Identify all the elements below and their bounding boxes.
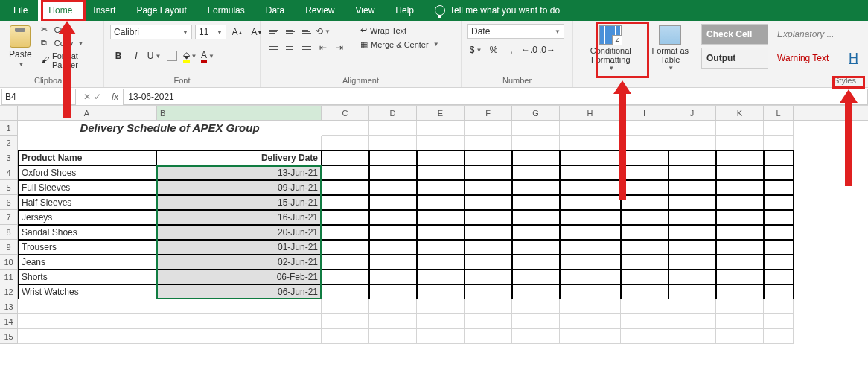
col-header[interactable]: E — [417, 106, 465, 120]
cell[interactable]: Delivery Date — [156, 150, 322, 165]
align-center-button[interactable] — [283, 40, 298, 55]
col-header[interactable]: I — [621, 106, 668, 120]
col-header[interactable]: D — [369, 106, 417, 120]
wrap-text-button[interactable]: ↩Wrap Text — [357, 24, 442, 36]
align-left-button[interactable] — [267, 40, 281, 55]
worksheet-grid[interactable]: A B C D E F G H I J K L 1Delivery Schedu… — [0, 106, 868, 344]
col-header[interactable]: H — [560, 106, 621, 120]
formula-input[interactable]: 13-06-2021 — [123, 89, 868, 105]
cell[interactable]: Product Name — [18, 150, 156, 165]
cancel-formula-button[interactable]: ✕ — [83, 92, 91, 102]
cell[interactable]: 06-Feb-21 — [156, 270, 322, 284]
number-format-select[interactable]: Date▼ — [467, 24, 564, 39]
cell[interactable] — [18, 136, 156, 150]
borders-button[interactable] — [167, 51, 177, 61]
italic-button[interactable]: I — [128, 48, 144, 64]
cell[interactable] — [156, 136, 322, 150]
cell[interactable]: Jerseys — [18, 210, 156, 225]
name-box[interactable]: B4▼ — [1, 89, 76, 105]
cell[interactable]: Oxford Shoes — [18, 165, 156, 180]
row-header[interactable]: 4 — [0, 165, 18, 180]
select-all-corner[interactable] — [0, 106, 18, 120]
decrease-indent-button[interactable]: ⇤ — [316, 40, 331, 55]
col-header[interactable]: F — [465, 106, 512, 120]
cell[interactable]: Half Sleeves — [18, 195, 156, 210]
currency-button[interactable]: $▼ — [467, 42, 484, 58]
cell[interactable]: 09-Jun-21 — [156, 180, 322, 195]
row-header[interactable]: 11 — [0, 270, 18, 284]
style-check-cell[interactable]: Check Cell — [701, 24, 768, 45]
row-header[interactable]: 9 — [0, 240, 18, 255]
cell[interactable] — [18, 299, 156, 314]
font-color-button[interactable]: A▼ — [200, 48, 216, 64]
paste-button[interactable]: Paste ▼ — [6, 24, 35, 69]
copy-button[interactable]: ⧉Copy▼ — [39, 37, 98, 49]
cell[interactable]: Shorts — [18, 270, 156, 284]
col-header[interactable]: J — [668, 106, 716, 120]
col-header[interactable]: L — [764, 106, 794, 120]
font-name-select[interactable]: Calibri▼ — [110, 25, 192, 39]
conditional-formatting-button[interactable]: Conditional Formatting▼ — [579, 24, 642, 74]
align-right-button[interactable] — [299, 40, 314, 55]
row-header[interactable]: 15 — [0, 329, 18, 344]
cut-button[interactable]: ✂Cut — [39, 24, 98, 36]
row-header[interactable]: 2 — [0, 136, 18, 150]
row-header[interactable]: 3 — [0, 150, 18, 165]
comma-button[interactable]: , — [503, 42, 520, 58]
col-header[interactable]: K — [716, 106, 764, 120]
col-header[interactable]: C — [322, 106, 369, 120]
row-header[interactable]: 7 — [0, 210, 18, 225]
col-header[interactable]: G — [512, 106, 560, 120]
increase-indent-button[interactable]: ⇥ — [332, 40, 347, 55]
format-painter-button[interactable]: 🖌Format Painter — [39, 51, 98, 70]
tab-view[interactable]: View — [345, 0, 386, 21]
row-header[interactable]: 8 — [0, 225, 18, 240]
title-cell[interactable]: Delivery Schedule of APEX Group — [18, 121, 322, 136]
cell[interactable]: Sandal Shoes — [18, 225, 156, 240]
tab-data[interactable]: Data — [255, 0, 295, 21]
cell[interactable] — [156, 329, 322, 344]
tab-review[interactable]: Review — [295, 0, 345, 21]
format-as-table-button[interactable]: Format as Table▼ — [646, 24, 694, 74]
col-header[interactable]: B — [156, 106, 322, 121]
cell[interactable]: 13-Jun-21 — [156, 165, 322, 180]
row-header[interactable]: 1 — [0, 121, 18, 136]
col-header[interactable]: A — [18, 106, 156, 120]
grow-font-button[interactable]: A▲ — [229, 24, 246, 40]
row-header[interactable]: 10 — [0, 255, 18, 270]
fill-color-button[interactable]: ⬙▼ — [182, 48, 198, 64]
cell[interactable] — [18, 314, 156, 329]
cell[interactable] — [156, 299, 322, 314]
cell[interactable]: 01-Jun-21 — [156, 240, 322, 255]
tab-home[interactable]: Home — [38, 0, 83, 21]
underline-button[interactable]: U▼ — [146, 48, 162, 64]
cell[interactable]: Trousers — [18, 240, 156, 255]
increase-decimal-button[interactable]: ←.0 — [521, 42, 537, 58]
fx-icon[interactable]: fx — [107, 92, 123, 102]
cell[interactable]: 02-Jun-21 — [156, 255, 322, 270]
tab-page-layout[interactable]: Page Layout — [126, 0, 197, 21]
cell[interactable]: 16-Jun-21 — [156, 210, 322, 225]
enter-formula-button[interactable]: ✓ — [94, 92, 101, 102]
cell-styles-gallery[interactable]: Check Cell Explanatory ... Output Warnin… — [701, 24, 862, 69]
tab-file[interactable]: File — [3, 0, 38, 21]
cell[interactable]: 06-Jun-21 — [156, 284, 322, 299]
row-header[interactable]: 5 — [0, 180, 18, 195]
font-size-select[interactable]: 11▼ — [195, 25, 226, 39]
style-output[interactable]: Output — [701, 48, 768, 69]
cell[interactable]: 20-Jun-21 — [156, 225, 322, 240]
cell[interactable]: 15-Jun-21 — [156, 195, 322, 210]
style-heading[interactable]: H — [844, 48, 862, 69]
row-header[interactable]: 12 — [0, 284, 18, 299]
tab-help[interactable]: Help — [385, 0, 424, 21]
merge-center-button[interactable]: ▦Merge & Center▼ — [357, 38, 442, 51]
row-header[interactable]: 13 — [0, 299, 18, 314]
decrease-decimal-button[interactable]: .0→ — [539, 42, 555, 58]
cell[interactable] — [18, 329, 156, 344]
style-warning[interactable]: Warning Text — [773, 48, 840, 69]
cell[interactable]: Jeans — [18, 255, 156, 270]
align-top-button[interactable] — [267, 24, 281, 39]
cell[interactable] — [156, 314, 322, 329]
bold-button[interactable]: B — [110, 48, 127, 64]
cell[interactable]: Wrist Watches — [18, 284, 156, 299]
